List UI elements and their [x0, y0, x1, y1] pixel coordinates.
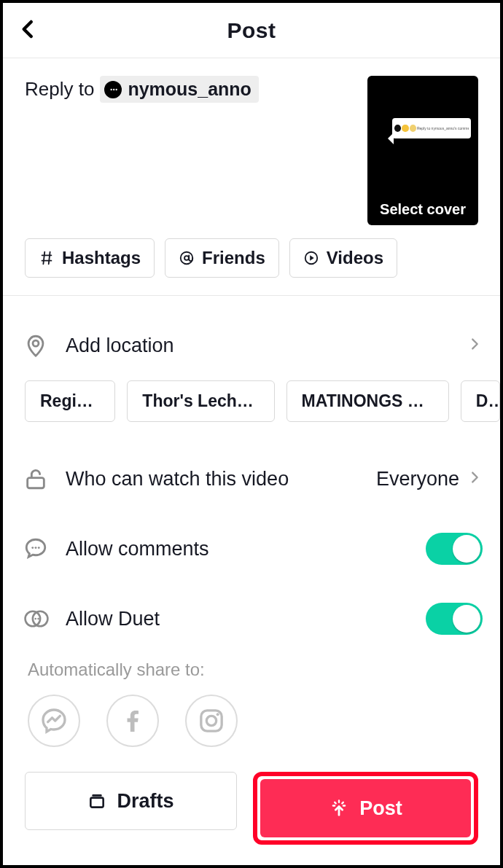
videos-label: Videos — [327, 248, 383, 268]
svg-point-10 — [38, 547, 40, 549]
caption-input-area[interactable]: Reply to nymous_anno — [25, 76, 367, 225]
drafts-icon — [87, 791, 106, 810]
svg-rect-7 — [28, 478, 44, 488]
facebook-icon — [118, 706, 147, 735]
add-location-label: Add location — [66, 335, 467, 357]
svg-point-3 — [181, 252, 193, 265]
share-facebook-button[interactable] — [106, 695, 159, 747]
instagram-icon — [197, 706, 226, 735]
drafts-button[interactable]: Drafts — [25, 772, 237, 830]
allow-comments-label: Allow comments — [66, 538, 426, 560]
caption-reply-line: Reply to nymous_anno — [25, 76, 353, 103]
comment-icon — [23, 536, 60, 561]
post-label: Post — [359, 797, 402, 820]
allow-comments-toggle[interactable] — [426, 533, 483, 565]
post-button-highlight: Post — [253, 772, 478, 845]
svg-point-8 — [31, 547, 34, 549]
location-pin-icon — [23, 333, 60, 358]
caption-area: Reply to nymous_anno Reply to nymous_ann… — [3, 58, 500, 238]
svg-point-17 — [217, 713, 219, 716]
location-chip[interactable]: Thor's Lechon Hauz — [127, 380, 274, 422]
svg-rect-18 — [91, 798, 104, 808]
allow-comments-row: Allow comments — [3, 514, 500, 584]
friends-chip[interactable]: Friends — [165, 238, 279, 278]
mention-chip[interactable]: nymous_anno — [100, 76, 258, 103]
svg-point-2 — [116, 88, 117, 90]
mention-bubble-icon — [104, 81, 122, 98]
privacy-value: Everyone — [376, 468, 459, 490]
drafts-label: Drafts — [117, 790, 173, 813]
play-circle-icon — [303, 250, 319, 266]
footer-actions: Drafts Post — [6, 759, 497, 862]
at-icon — [179, 250, 195, 266]
location-chip[interactable]: MATINONGS GARDE... — [286, 380, 449, 422]
chevron-right-icon — [467, 469, 483, 488]
location-suggestions: Region XII Thor's Lechon Hauz MATINONGS … — [3, 380, 500, 444]
allow-duet-toggle[interactable] — [426, 603, 483, 635]
svg-point-14 — [37, 618, 39, 620]
add-location-row[interactable]: Add location — [3, 310, 500, 380]
page-title: Post — [227, 18, 276, 43]
select-cover-label: Select cover — [367, 201, 478, 218]
messenger-icon — [39, 706, 69, 735]
videos-chip[interactable]: Videos — [289, 238, 397, 278]
friends-label: Friends — [202, 248, 265, 268]
svg-point-0 — [111, 88, 112, 90]
share-icons-row — [3, 695, 500, 747]
auto-share-label: Automatically share to: — [3, 654, 500, 695]
share-messenger-button[interactable] — [28, 695, 80, 747]
share-instagram-button[interactable] — [185, 695, 238, 747]
hash-icon — [39, 250, 55, 266]
header: Post — [3, 3, 500, 58]
caption-tools-row: Hashtags Friends Videos — [3, 238, 500, 295]
duet-icon — [23, 606, 60, 631]
cover-thumbnail[interactable]: Reply to nymous_anno's comment Select co… — [367, 76, 478, 225]
svg-point-9 — [35, 547, 37, 549]
allow-duet-label: Allow Duet — [66, 608, 426, 630]
chevron-right-icon — [467, 336, 483, 355]
hashtags-label: Hashtags — [62, 248, 141, 268]
post-spark-icon — [329, 798, 349, 818]
svg-point-13 — [34, 618, 36, 620]
svg-point-16 — [206, 716, 216, 725]
chevron-left-icon — [17, 17, 39, 42]
lock-open-icon — [23, 466, 60, 491]
cover-overlay-bubble: Reply to nymous_anno's comment — [392, 118, 471, 138]
reply-prefix: Reply to — [25, 78, 94, 101]
location-chip[interactable]: Region XII — [25, 380, 115, 422]
svg-point-4 — [184, 256, 189, 260]
svg-point-1 — [113, 88, 114, 90]
svg-point-6 — [33, 340, 39, 346]
mention-username: nymous_anno — [128, 79, 251, 100]
privacy-row[interactable]: Who can watch this video Everyone — [3, 444, 500, 514]
post-button[interactable]: Post — [260, 779, 471, 837]
allow-duet-row: Allow Duet — [3, 584, 500, 654]
privacy-label: Who can watch this video — [66, 468, 376, 490]
back-button[interactable] — [17, 17, 39, 44]
hashtags-chip[interactable]: Hashtags — [25, 238, 155, 278]
location-chip[interactable]: D — [461, 380, 500, 422]
